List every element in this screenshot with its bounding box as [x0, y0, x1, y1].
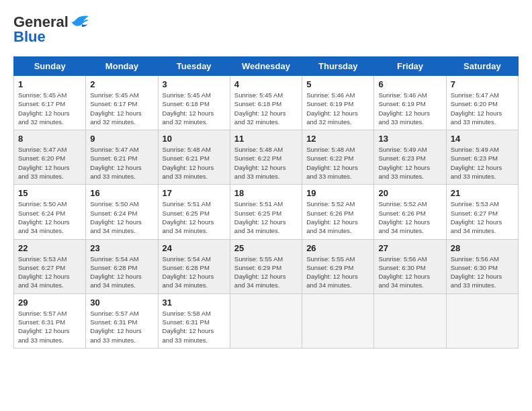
day-info: Sunrise: 5:50 AM Sunset: 6:24 PM Dayligh…: [18, 199, 81, 235]
day-info: Sunrise: 5:48 AM Sunset: 6:22 PM Dayligh…: [234, 145, 298, 181]
day-cell-17: 17Sunrise: 5:51 AM Sunset: 6:25 PM Dayli…: [158, 185, 230, 239]
day-number: 10: [163, 134, 226, 144]
empty-cell: [230, 293, 302, 348]
day-info: Sunrise: 5:58 AM Sunset: 6:31 PM Dayligh…: [163, 309, 226, 345]
day-cell-11: 11Sunrise: 5:48 AM Sunset: 6:22 PM Dayli…: [230, 130, 302, 185]
day-cell-2: 2Sunrise: 5:45 AM Sunset: 6:17 PM Daylig…: [86, 76, 158, 130]
day-cell-3: 3Sunrise: 5:45 AM Sunset: 6:18 PM Daylig…: [158, 76, 230, 130]
day-cell-4: 4Sunrise: 5:45 AM Sunset: 6:18 PM Daylig…: [230, 76, 302, 130]
calendar-table: SundayMondayTuesdayWednesdayThursdayFrid…: [13, 56, 519, 349]
day-info: Sunrise: 5:55 AM Sunset: 6:29 PM Dayligh…: [234, 255, 298, 290]
day-cell-23: 23Sunrise: 5:54 AM Sunset: 6:28 PM Dayli…: [86, 239, 158, 293]
day-number: 24: [163, 243, 226, 253]
day-number: 14: [451, 134, 514, 144]
day-cell-15: 15Sunrise: 5:50 AM Sunset: 6:24 PM Dayli…: [14, 185, 86, 239]
day-cell-31: 31Sunrise: 5:58 AM Sunset: 6:31 PM Dayli…: [158, 293, 230, 348]
day-info: Sunrise: 5:47 AM Sunset: 6:21 PM Dayligh…: [90, 145, 153, 181]
day-cell-14: 14Sunrise: 5:49 AM Sunset: 6:23 PM Dayli…: [446, 130, 518, 185]
day-number: 30: [90, 298, 153, 308]
day-cell-6: 6Sunrise: 5:46 AM Sunset: 6:19 PM Daylig…: [374, 76, 446, 130]
day-cell-22: 22Sunrise: 5:53 AM Sunset: 6:27 PM Dayli…: [14, 239, 86, 293]
day-info: Sunrise: 5:50 AM Sunset: 6:24 PM Dayligh…: [90, 199, 153, 235]
week-row-1: 1Sunrise: 5:45 AM Sunset: 6:17 PM Daylig…: [14, 76, 519, 130]
day-number: 21: [451, 188, 514, 198]
empty-cell: [302, 293, 374, 348]
day-number: 11: [234, 134, 298, 144]
day-number: 22: [18, 243, 81, 253]
week-row-3: 15Sunrise: 5:50 AM Sunset: 6:24 PM Dayli…: [14, 185, 519, 239]
weekday-header-friday: Friday: [374, 57, 446, 76]
day-number: 25: [234, 243, 298, 253]
day-number: 8: [18, 134, 81, 144]
day-info: Sunrise: 5:51 AM Sunset: 6:25 PM Dayligh…: [163, 199, 226, 235]
day-number: 31: [163, 298, 226, 308]
day-cell-28: 28Sunrise: 5:56 AM Sunset: 6:30 PM Dayli…: [446, 239, 518, 293]
day-cell-27: 27Sunrise: 5:56 AM Sunset: 6:30 PM Dayli…: [374, 239, 446, 293]
day-number: 19: [306, 188, 369, 198]
day-cell-16: 16Sunrise: 5:50 AM Sunset: 6:24 PM Dayli…: [86, 185, 158, 239]
day-cell-1: 1Sunrise: 5:45 AM Sunset: 6:17 PM Daylig…: [14, 76, 86, 130]
day-number: 12: [306, 134, 369, 144]
day-info: Sunrise: 5:55 AM Sunset: 6:29 PM Dayligh…: [306, 255, 369, 290]
week-row-4: 22Sunrise: 5:53 AM Sunset: 6:27 PM Dayli…: [14, 239, 519, 293]
day-info: Sunrise: 5:48 AM Sunset: 6:21 PM Dayligh…: [163, 145, 226, 181]
day-info: Sunrise: 5:52 AM Sunset: 6:26 PM Dayligh…: [378, 199, 441, 235]
weekday-header-saturday: Saturday: [446, 57, 518, 76]
day-info: Sunrise: 5:46 AM Sunset: 6:19 PM Dayligh…: [306, 91, 369, 126]
logo-bird-icon: [70, 13, 90, 31]
day-number: 7: [451, 79, 514, 89]
day-number: 6: [378, 79, 441, 89]
day-info: Sunrise: 5:46 AM Sunset: 6:19 PM Dayligh…: [378, 91, 441, 126]
day-number: 26: [306, 243, 369, 253]
day-number: 1: [18, 79, 81, 89]
day-info: Sunrise: 5:54 AM Sunset: 6:28 PM Dayligh…: [163, 255, 226, 290]
weekday-header-monday: Monday: [86, 57, 158, 76]
day-info: Sunrise: 5:56 AM Sunset: 6:30 PM Dayligh…: [451, 255, 514, 290]
day-number: 20: [378, 188, 441, 198]
weekday-header-tuesday: Tuesday: [158, 57, 230, 76]
day-info: Sunrise: 5:49 AM Sunset: 6:23 PM Dayligh…: [451, 145, 514, 181]
day-number: 15: [18, 188, 81, 198]
week-row-2: 8Sunrise: 5:47 AM Sunset: 6:20 PM Daylig…: [14, 130, 519, 185]
day-info: Sunrise: 5:52 AM Sunset: 6:26 PM Dayligh…: [306, 199, 369, 235]
day-cell-21: 21Sunrise: 5:53 AM Sunset: 6:27 PM Dayli…: [446, 185, 518, 239]
day-cell-9: 9Sunrise: 5:47 AM Sunset: 6:21 PM Daylig…: [86, 130, 158, 185]
day-cell-24: 24Sunrise: 5:54 AM Sunset: 6:28 PM Dayli…: [158, 239, 230, 293]
day-cell-8: 8Sunrise: 5:47 AM Sunset: 6:20 PM Daylig…: [14, 130, 86, 185]
day-info: Sunrise: 5:51 AM Sunset: 6:25 PM Dayligh…: [234, 199, 298, 235]
day-info: Sunrise: 5:57 AM Sunset: 6:31 PM Dayligh…: [18, 309, 81, 345]
day-cell-10: 10Sunrise: 5:48 AM Sunset: 6:21 PM Dayli…: [158, 130, 230, 185]
day-cell-13: 13Sunrise: 5:49 AM Sunset: 6:23 PM Dayli…: [374, 130, 446, 185]
day-number: 13: [378, 134, 441, 144]
day-number: 18: [234, 188, 298, 198]
day-info: Sunrise: 5:45 AM Sunset: 6:18 PM Dayligh…: [163, 91, 226, 126]
day-cell-29: 29Sunrise: 5:57 AM Sunset: 6:31 PM Dayli…: [14, 293, 86, 348]
day-cell-30: 30Sunrise: 5:57 AM Sunset: 6:31 PM Dayli…: [86, 293, 158, 348]
empty-cell: [446, 293, 518, 348]
day-info: Sunrise: 5:45 AM Sunset: 6:17 PM Dayligh…: [18, 91, 81, 126]
day-info: Sunrise: 5:57 AM Sunset: 6:31 PM Dayligh…: [90, 309, 153, 345]
weekday-header-wednesday: Wednesday: [230, 57, 302, 76]
day-cell-12: 12Sunrise: 5:48 AM Sunset: 6:22 PM Dayli…: [302, 130, 374, 185]
day-info: Sunrise: 5:49 AM Sunset: 6:23 PM Dayligh…: [378, 145, 441, 181]
day-number: 3: [163, 79, 226, 89]
day-number: 4: [234, 79, 298, 89]
logo-blue: Blue: [13, 28, 46, 46]
week-row-5: 29Sunrise: 5:57 AM Sunset: 6:31 PM Dayli…: [14, 293, 519, 348]
day-number: 28: [451, 243, 514, 253]
weekday-header-thursday: Thursday: [302, 57, 374, 76]
day-info: Sunrise: 5:54 AM Sunset: 6:28 PM Dayligh…: [90, 255, 153, 290]
day-number: 5: [306, 79, 369, 89]
day-number: 17: [163, 188, 226, 198]
day-number: 23: [90, 243, 153, 253]
day-info: Sunrise: 5:47 AM Sunset: 6:20 PM Dayligh…: [451, 91, 514, 126]
logo: General Blue: [13, 13, 90, 46]
day-number: 9: [90, 134, 153, 144]
day-number: 27: [378, 243, 441, 253]
empty-cell: [374, 293, 446, 348]
day-info: Sunrise: 5:53 AM Sunset: 6:27 PM Dayligh…: [451, 199, 514, 235]
day-cell-20: 20Sunrise: 5:52 AM Sunset: 6:26 PM Dayli…: [374, 185, 446, 239]
day-cell-5: 5Sunrise: 5:46 AM Sunset: 6:19 PM Daylig…: [302, 76, 374, 130]
day-info: Sunrise: 5:53 AM Sunset: 6:27 PM Dayligh…: [18, 255, 81, 290]
weekday-header-row: SundayMondayTuesdayWednesdayThursdayFrid…: [14, 57, 519, 76]
